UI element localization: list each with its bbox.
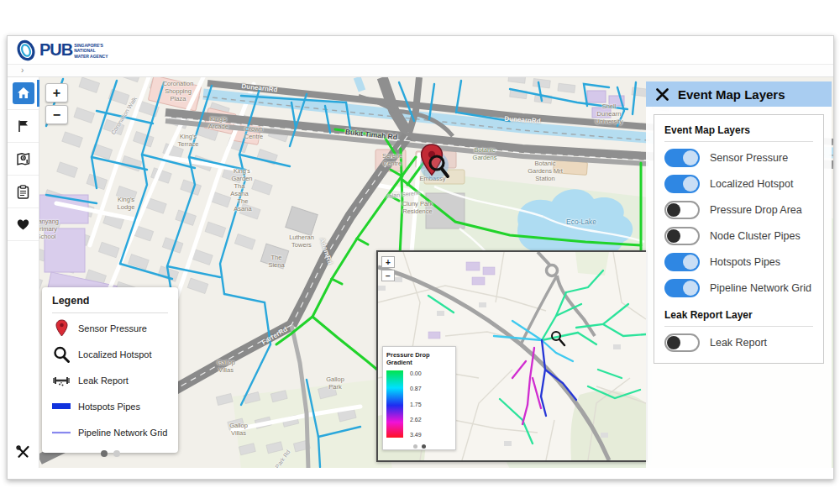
legend-item: Localized Hotspot [52,341,168,367]
legend-title: Legend [52,295,168,307]
legend-item-label: Leak Report [78,375,129,386]
home-icon [13,82,34,104]
map-report-icon [13,148,34,170]
map-zoom-control: + − [45,83,68,127]
toggle-pressure-drop-area[interactable] [664,201,700,219]
legend-card: Legend Sensor Pressure Localized Hotspot [42,287,178,453]
sensor-pressure-pin-icon [52,319,71,337]
pub-logo-icon [16,39,38,61]
legend-pagination [52,450,168,457]
magnifier-icon [52,346,71,363]
pressure-gradient-ticks: 0.00 0.87 1.75 2.62 3.49 [410,370,422,438]
event-map-layers-panel: Event Map Layers Event Map Layers Sensor… [646,81,832,468]
close-icon[interactable] [656,88,669,101]
layers-panel-title: Event Map Layers [678,87,785,102]
layer-toggle-row: Sensor Pressure [664,144,813,171]
sidebar-item-home[interactable] [8,77,39,110]
sensor-pressure-hotspot-marker[interactable] [407,134,466,186]
legend-item-label: Pipeline Network Grid [78,428,167,438]
sidebar-item-favorites[interactable] [8,208,39,241]
legend-item: Pipeline Network Grid [52,419,168,445]
layer-toggle-label: Localized Hotspot [710,178,793,190]
layer-toggle-label: Hotspots Pipes [710,256,780,268]
inset-zoom-in-button[interactable]: + [381,256,395,268]
toggle-leak-report[interactable] [664,333,700,352]
layer-toggle-row: Node Cluster Pipes [664,223,813,249]
legend-item-label: Sensor Pressure [78,323,147,333]
sidebar [8,77,39,468]
toggle-hotspots-pipes[interactable] [664,253,700,271]
toggle-node-cluster-pipes[interactable] [664,227,700,245]
layer-toggle-row: Pressure Drop Area [664,197,813,223]
sidebar-item-tools[interactable] [8,445,39,463]
layer-toggle-label: Pipeline Network Grid [710,282,811,294]
legend-page-dot-1[interactable] [101,450,108,457]
gradient-page-dot-1[interactable] [413,444,417,449]
tools-icon [16,445,30,463]
sidebar-item-map-report[interactable] [8,143,39,176]
gradient-tick: 1.75 [410,402,422,407]
pressure-gradient-title: Pressure Drop Gradient [386,351,452,366]
layers-section-title: Leak Report Layer [664,309,813,327]
inset-zoom-out-button[interactable]: − [381,270,395,281]
heart-icon [13,213,34,235]
layer-toggle-row: Localized Hotspot [664,171,813,197]
zoom-in-button[interactable]: + [45,83,68,102]
flag-icon [13,115,34,137]
layer-toggle-row: Leak Report [664,329,813,355]
gradient-tick: 0.87 [410,386,422,391]
pressure-gradient-card: Pressure Drop Gradient 0.00 0.87 1.75 2.… [382,346,456,450]
layer-toggle-row: Pipeline Network Grid [664,275,813,301]
layer-toggle-label: Pressure Drop Area [710,204,802,216]
app-header: PUB SINGAPORE'S NATIONAL WATER AGENCY [8,36,833,64]
thin-purple-line-icon [52,430,71,435]
clipboard-icon [13,181,34,202]
inset-zoom-control: + − [381,256,395,283]
layers-panel-card: Event Map Layers Sensor Pressure Localiz… [654,114,824,364]
thick-blue-line-icon [52,402,71,410]
toggle-sensor-pressure[interactable] [664,149,700,167]
zoom-out-button[interactable]: − [45,105,68,124]
inset-hotspot-magnifier-icon [552,332,564,345]
legend-item-label: Hotspots Pipes [78,402,140,412]
app-window: PUB SINGAPORE'S NATIONAL WATER AGENCY › [7,35,834,480]
leak-pipe-icon [52,375,71,386]
subbar: › [8,64,833,77]
gradient-pagination [386,444,452,449]
legend-item: Hotspots Pipes [52,393,168,419]
gradient-tick: 3.49 [410,432,422,438]
toggle-pipeline-network-grid[interactable] [664,279,700,297]
collapse-chevron-icon[interactable]: › [21,65,24,76]
canal-branch [357,77,362,91]
legend-page-dot-2[interactable] [113,450,120,457]
layer-toggle-label: Sensor Pressure [710,152,788,164]
brand-name: PUB [39,39,72,60]
layers-section-title: Event Map Layers [664,124,813,142]
inset-pressure-map[interactable]: + − Pressure Drop Gradient 0.00 0.87 1.7… [376,250,648,462]
sidebar-item-flag[interactable] [8,110,39,143]
legend-item: Sensor Pressure [52,315,168,341]
layer-toggle-row: Hotspots Pipes [664,249,813,275]
gradient-tick: 0.00 [410,370,422,376]
brand-tagline: SINGAPORE'S NATIONAL WATER AGENCY [74,43,108,59]
layer-toggle-label: Leak Report [710,337,767,349]
toggle-localized-hotspot[interactable] [664,175,700,193]
legend-item-label: Localized Hotspot [78,349,151,360]
pressure-gradient-bar [386,370,403,438]
sidebar-item-clipboard[interactable] [8,176,39,208]
pub-logo: PUB SINGAPORE'S NATIONAL WATER AGENCY [16,39,108,61]
layer-toggle-label: Node Cluster Pipes [710,230,801,242]
layers-panel-header: Event Map Layers [646,81,832,107]
gradient-page-dot-2[interactable] [422,444,426,449]
legend-item: Leak Report [52,367,168,393]
gradient-tick: 2.62 [410,417,422,423]
